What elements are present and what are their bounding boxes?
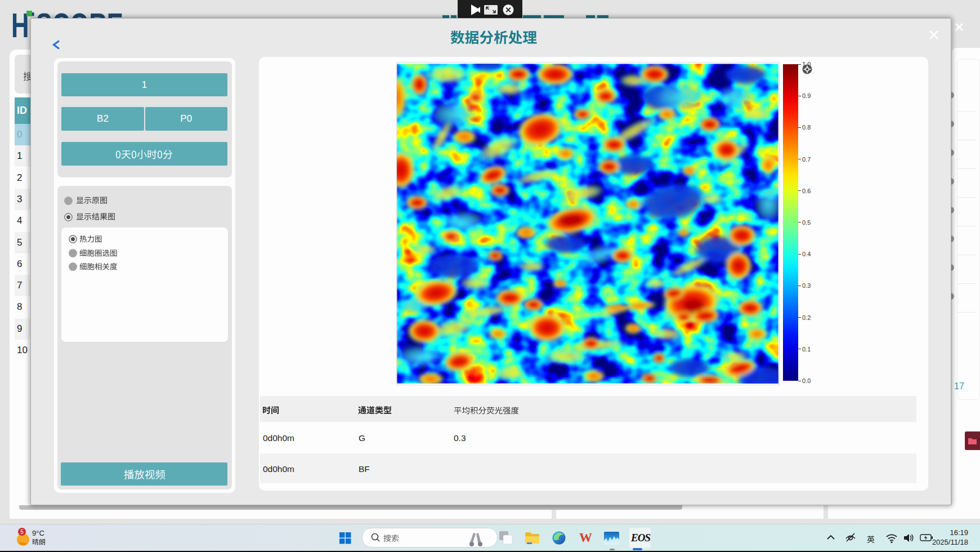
svg-text:5: 5	[20, 529, 24, 535]
